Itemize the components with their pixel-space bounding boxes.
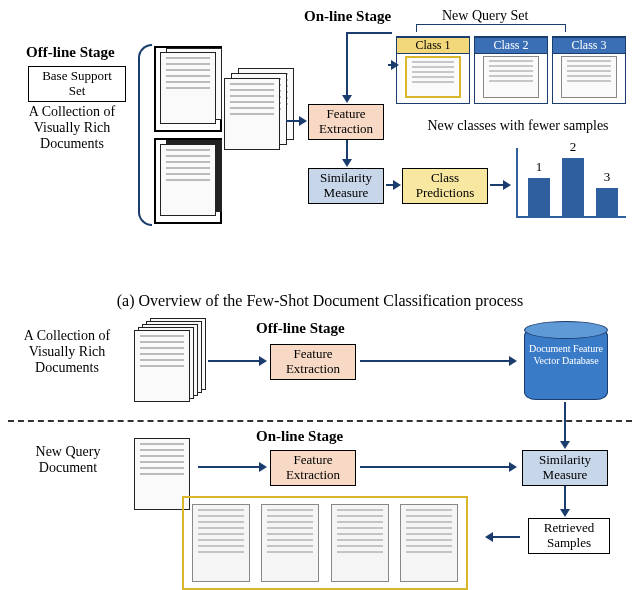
arrow-icon (346, 32, 348, 96)
arrow-icon (346, 140, 348, 160)
arrow-icon (198, 466, 260, 468)
database-icon: Document Feature Vector Database (524, 328, 608, 400)
offline-stage-title: Off-line Stage (26, 44, 115, 61)
class-header: Class 3 (552, 37, 626, 54)
fewer-samples-label: New classes with fewer samples (408, 118, 628, 134)
arrow-icon (564, 486, 566, 510)
document-icon (405, 56, 461, 98)
similarity-measure-label: Similarity Measure (320, 170, 372, 200)
bracket-icon (416, 24, 566, 32)
collection-label: A Collection of Visually Rich Documents (8, 328, 126, 376)
similarity-measure-label: Similarity Measure (539, 452, 591, 482)
feature-extraction-label: Feature Extraction (319, 106, 373, 136)
feature-extraction-label: Feature Extraction (286, 346, 340, 376)
retrieved-thumbnails (182, 496, 468, 590)
arrow-line (346, 32, 392, 34)
arrow-icon (564, 402, 566, 442)
arrow-icon (208, 360, 260, 362)
feature-extraction-box: Feature Extraction (270, 450, 356, 486)
arrow-icon (492, 536, 520, 538)
class-predictions-box: Class Predictions (402, 168, 488, 204)
feature-extraction-label: Feature Extraction (286, 452, 340, 482)
bar-label: 1 (532, 160, 546, 175)
arrow-icon (286, 120, 300, 122)
arrow-icon (360, 466, 510, 468)
base-support-set-box: Base Support Set (28, 66, 126, 102)
document-icon (483, 56, 539, 98)
feature-extraction-box: Feature Extraction (308, 104, 384, 140)
class-header: Class 1 (396, 37, 470, 54)
arrow-icon (360, 360, 510, 362)
document-icon (331, 504, 389, 582)
similarity-measure-box: Similarity Measure (522, 450, 608, 486)
similarity-measure-box: Similarity Measure (308, 168, 384, 204)
dashed-divider (8, 420, 632, 422)
panel-caption: (a) Overview of the Few-Shot Document Cl… (8, 292, 632, 310)
feature-extraction-box: Feature Extraction (270, 344, 356, 380)
query-class-1: Class 1 (396, 36, 470, 104)
document-icon (400, 504, 458, 582)
retrieved-samples-box: Retrieved Samples (528, 518, 610, 554)
document-icon (261, 504, 319, 582)
database-label: Document Feature Vector Database (529, 343, 603, 366)
class-predictions-label: Class Predictions (416, 170, 475, 200)
retrieved-samples-label: Retrieved Samples (544, 520, 595, 550)
new-query-doc-label: New Query Document (18, 444, 118, 476)
arrow-icon (388, 64, 392, 66)
document-icon (561, 56, 617, 98)
new-query-set-label: New Query Set (442, 8, 528, 24)
class-header: Class 2 (474, 37, 548, 54)
bar-label: 3 (600, 170, 614, 185)
panel-few-shot: On-line Stage New Query Set Class 1 Clas… (8, 8, 632, 288)
bar-label: 2 (566, 140, 580, 155)
curly-brace-icon (138, 44, 152, 226)
prediction-bar-chart: 1 2 3 (516, 148, 626, 218)
document-icon (192, 504, 250, 582)
online-stage-title: On-line Stage (256, 428, 343, 445)
base-support-set-label: Base Support Set (42, 68, 112, 98)
arrow-icon (490, 184, 504, 186)
query-class-2: Class 2 (474, 36, 548, 104)
collection-label: A Collection of Visually Rich Documents (8, 104, 136, 152)
online-stage-title: On-line Stage (304, 8, 391, 25)
arrow-icon (386, 184, 394, 186)
query-class-3: Class 3 (552, 36, 626, 104)
offline-stage-title: Off-line Stage (256, 320, 345, 337)
panel-retrieval: Off-line Stage A Collection of Visually … (8, 320, 632, 590)
